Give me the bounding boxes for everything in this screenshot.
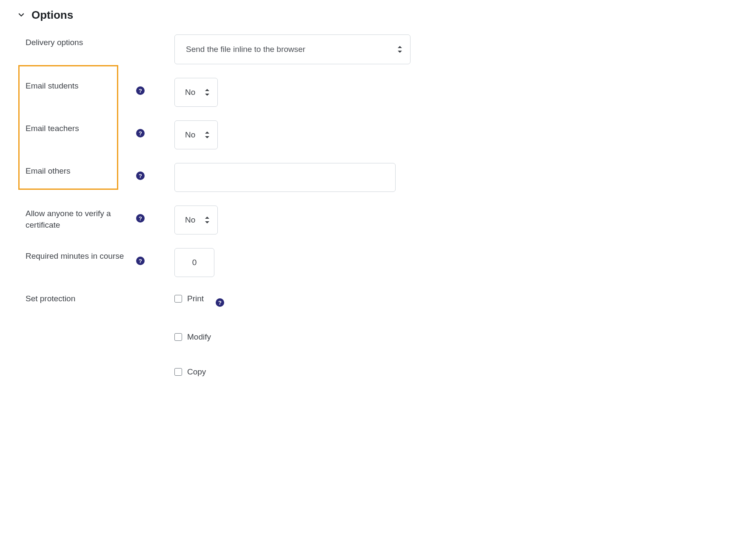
label-delivery-options: Delivery options [26, 37, 83, 49]
label-allow-verify: Allow anyone to verify a certificate [26, 208, 136, 231]
select-email-students[interactable]: No [174, 78, 218, 107]
label-email-others: Email others [26, 166, 71, 177]
row-allow-verify: Allow anyone to verify a certificate ? N… [17, 206, 727, 234]
help-icon[interactable]: ? [136, 86, 145, 95]
checkbox-protection-copy[interactable] [174, 368, 182, 376]
options-section-header[interactable]: Options [17, 9, 727, 22]
help-icon[interactable]: ? [136, 129, 145, 137]
chevron-down-icon [17, 11, 26, 20]
help-icon[interactable]: ? [136, 171, 145, 180]
select-delivery-options[interactable]: Send the file inline to the browser [174, 34, 410, 64]
row-required-minutes: Required minutes in course ? [17, 248, 727, 277]
label-email-teachers: Email teachers [26, 123, 79, 134]
checkbox-protection-modify[interactable] [174, 333, 182, 341]
select-email-teachers[interactable]: No [174, 120, 218, 149]
label-required-minutes: Required minutes in course [26, 251, 124, 262]
input-email-others[interactable] [174, 163, 396, 192]
row-email-students: Email students ? No [17, 78, 727, 107]
checkbox-label-copy: Copy [187, 367, 206, 377]
row-set-protection: Set protection Print ? Modify Copy [17, 291, 727, 377]
checkbox-protection-print[interactable] [174, 295, 182, 303]
row-email-teachers: Email teachers ? No [17, 120, 727, 149]
row-delivery-options: Delivery options Send the file inline to… [17, 34, 727, 64]
label-email-students: Email students [26, 80, 79, 92]
row-email-others: Email others ? [17, 163, 727, 192]
section-title: Options [31, 9, 73, 22]
label-set-protection: Set protection [26, 293, 75, 305]
input-required-minutes[interactable] [174, 248, 214, 277]
select-allow-verify[interactable]: No [174, 206, 218, 234]
help-icon[interactable]: ? [136, 257, 145, 265]
checkbox-label-modify: Modify [187, 332, 211, 342]
help-icon[interactable]: ? [216, 298, 224, 307]
help-icon[interactable]: ? [136, 214, 145, 223]
checkbox-label-print: Print [187, 294, 204, 303]
